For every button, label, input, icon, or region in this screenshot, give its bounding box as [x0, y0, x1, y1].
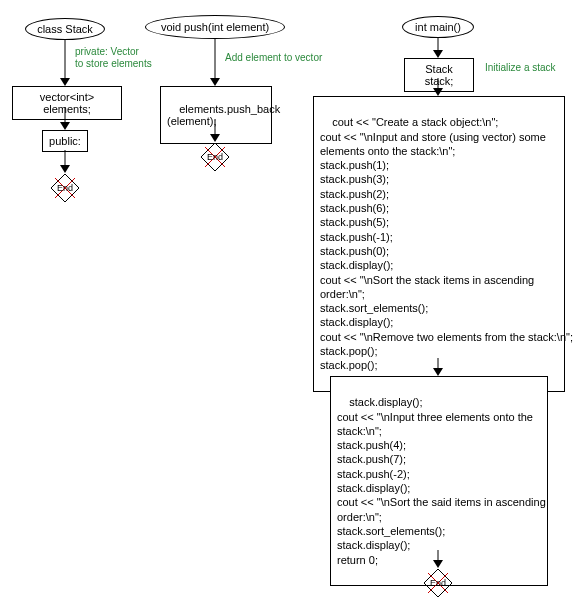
annotation-private: private: Vector to store elements — [75, 46, 152, 70]
text: cout << "Create a stack object:\n"; cout… — [320, 116, 573, 371]
box-stack-declare: Stack stack; — [404, 58, 474, 92]
svg-marker-24 — [433, 368, 443, 376]
flowchart-canvas: class Stack private: Vector to store ele… — [10, 10, 570, 595]
svg-marker-12 — [210, 78, 220, 86]
arrowhead — [210, 134, 220, 142]
text: vector<int> elements; — [40, 91, 94, 115]
box-public: public: — [42, 130, 88, 152]
svg-marker-22 — [433, 88, 443, 96]
start-class-stack: class Stack — [25, 18, 105, 40]
svg-marker-4 — [60, 122, 70, 130]
box-vector-elements: vector<int> elements; — [12, 86, 122, 120]
start-main: int main() — [402, 16, 474, 38]
arrowhead — [433, 560, 443, 568]
label: void push(int element) — [161, 21, 269, 33]
arrowhead — [60, 165, 70, 173]
arrow — [214, 39, 216, 83]
label: int main() — [415, 21, 461, 33]
box-main-code2: stack.display(); cout << "\nInput three … — [330, 376, 548, 586]
arrowhead — [433, 50, 443, 58]
svg-text:End: End — [207, 152, 223, 162]
box-main-code1: cout << "Create a stack object:\n"; cout… — [313, 96, 565, 392]
text: stack.display(); cout << "\nInput three … — [337, 396, 546, 565]
svg-marker-14 — [210, 134, 220, 142]
end-node-2: End — [200, 142, 230, 172]
arrowhead — [60, 122, 70, 130]
svg-text:End: End — [57, 183, 73, 193]
arrowhead — [433, 88, 443, 96]
svg-marker-20 — [433, 50, 443, 58]
arrowhead — [210, 78, 220, 86]
annotation-init-stack: Initialize a stack — [485, 62, 556, 74]
arrowhead — [60, 78, 70, 86]
text: elements.push_back (element); — [167, 103, 280, 127]
start-push: void push(int element) — [145, 15, 285, 39]
svg-text:End: End — [430, 578, 446, 588]
svg-marker-26 — [433, 560, 443, 568]
end-node-1: End — [50, 173, 80, 203]
annotation-add-element: Add element to vector — [225, 52, 322, 64]
svg-marker-6 — [60, 165, 70, 173]
text: public: — [49, 135, 81, 147]
svg-marker-2 — [60, 78, 70, 86]
arrowhead — [433, 368, 443, 376]
end-node-3: End — [423, 568, 453, 598]
label: class Stack — [37, 23, 93, 35]
